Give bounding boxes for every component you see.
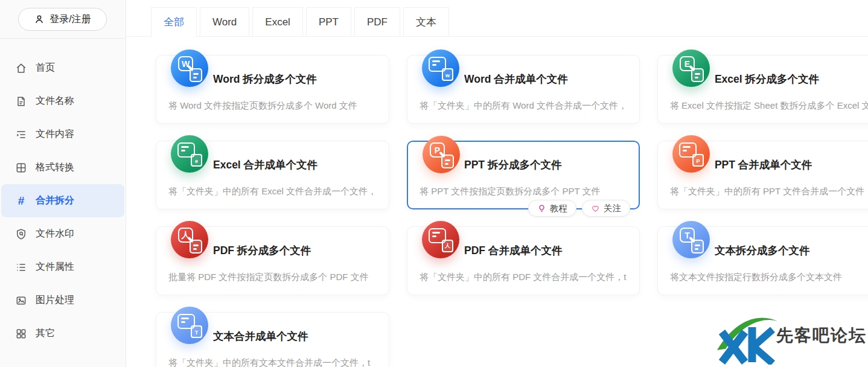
card-description: 将 PPT 文件按指定页数拆分成多个 PPT 文件 [420, 186, 627, 197]
sidebar-item-watermark[interactable]: 文件水印 [1, 217, 124, 251]
card-title: PPT 合并成单个文件 [715, 158, 868, 172]
doc-badge [441, 155, 454, 168]
card-pdf-split[interactable]: 人 PDF 拆分成多个文件 批量将 PDF 文件按指定页数拆分成多个 PDF 文… [156, 226, 389, 295]
tutorial-button[interactable]: 教程 [528, 200, 576, 217]
card-title: Word 拆分成多个文件 [213, 72, 377, 86]
card-title: 文本合并成单个文件 [213, 329, 377, 343]
card-title: PPT 拆分成多个文件 [464, 158, 627, 172]
word-split-icon: W [171, 49, 208, 87]
sidebar-item-home[interactable]: 首页 [1, 51, 124, 85]
excel-split-icon: E [672, 49, 710, 87]
card-description: 将「文件夹」中的所有 PPT 文件合并成一个文件，t [670, 186, 868, 197]
ppt-split-icon: P [423, 136, 460, 173]
sidebar-item-label: 文件内容 [36, 128, 74, 141]
tab-excel[interactable]: Excel [252, 7, 303, 36]
doc-badge [190, 68, 202, 82]
watermark-badge-icon [15, 228, 27, 240]
card-description: 将「文件夹」中的所有 PDF 文件合并成一个文件，t [420, 272, 627, 283]
text-merge-icon: T [171, 307, 208, 344]
heart-icon [591, 204, 600, 213]
icon-letter: 人 [442, 240, 453, 252]
sidebar-item-format-convert[interactable]: 格式转换 [1, 151, 124, 184]
sidebar-item-label: 文件属性 [36, 261, 74, 273]
file-name-icon [15, 95, 27, 107]
login-register-label: 登录/注册 [49, 13, 91, 26]
tab-word[interactable]: Word [200, 7, 249, 36]
card-title: Word 合并成单个文件 [464, 72, 627, 86]
card-description: 将文本文件按指定行数拆分成多个文本文件 [670, 272, 868, 283]
card-title: PDF 拆分成多个文件 [213, 243, 377, 258]
tab-label: 文本 [416, 15, 436, 29]
card-text-merge[interactable]: T 文本合并成单个文件 将「文件夹」中的所有文本文件合并成一个文件，t [156, 312, 389, 367]
doc-badge [691, 68, 704, 82]
sidebar-nav: 首页 文件名称 文件内容 格式转换 # 合并拆分 文件水印 文件属性 图片处理 [0, 39, 126, 350]
doc-badge [691, 240, 704, 254]
tab-ppt[interactable]: PPT [306, 7, 351, 36]
tab-label: 全部 [164, 15, 184, 29]
icon-letter: P [692, 154, 704, 167]
ppt-merge-icon: P [672, 135, 710, 173]
sidebar-item-label: 文件水印 [36, 228, 74, 240]
card-ppt-merge[interactable]: P PPT 合并成单个文件 将「文件夹」中的所有 PPT 文件合并成一个文件，t [657, 141, 868, 209]
card-description: 将「文件夹」中的所有文本文件合并成一个文件，t [168, 357, 377, 367]
image-icon [15, 295, 27, 307]
tab-pdf[interactable]: PDF [354, 7, 400, 36]
file-properties-icon [15, 261, 27, 273]
icon-letter: w [442, 68, 453, 81]
tab-label: PDF [367, 16, 388, 28]
sidebar: 登录/注册 首页 文件名称 文件内容 格式转换 # 合并拆分 文件水印 [0, 0, 126, 367]
card-ppt-split[interactable]: P PPT 拆分成多个文件 将 PPT 文件按指定页数拆分成多个 PPT 文件 … [407, 141, 640, 209]
card-excel-merge[interactable]: e Excel 合并成单个文件 将「文件夹」中的所有 Excel 文件合并成一个… [156, 141, 389, 209]
hash-icon: # [15, 195, 27, 207]
file-content-icon [15, 129, 27, 141]
sidebar-item-label: 格式转换 [36, 161, 74, 174]
xk-logo-icon [712, 309, 780, 365]
grid-icon [15, 328, 27, 340]
follow-button[interactable]: 关注 [582, 200, 630, 217]
icon-letter: e [191, 154, 202, 167]
sidebar-item-image-process[interactable]: 图片处理 [1, 284, 124, 317]
tab-all[interactable]: 全部 [151, 7, 197, 36]
sidebar-item-other[interactable]: 其它 [1, 317, 124, 350]
word-merge-icon: w [422, 49, 459, 87]
home-icon [15, 62, 27, 74]
watermark-site-name: 先客吧论坛 [776, 324, 867, 349]
format-convert-icon [15, 162, 27, 174]
site-watermark: 先客吧论坛 [712, 309, 867, 365]
sidebar-item-file-content[interactable]: 文件内容 [1, 118, 124, 151]
card-word-merge[interactable]: w Word 合并成单个文件 将「文件夹」中的所有 Word 文件合并成一个文件… [407, 55, 640, 124]
sidebar-item-label: 首页 [36, 62, 55, 74]
login-register-button[interactable]: 登录/注册 [18, 8, 107, 31]
card-description: 将「文件夹」中的所有 Word 文件合并成一个文件， [420, 100, 627, 112]
sidebar-item-file-properties[interactable]: 文件属性 [1, 251, 124, 284]
card-pdf-merge[interactable]: 人 PDF 合并成单个文件 将「文件夹」中的所有 PDF 文件合并成一个文件，t [407, 226, 640, 295]
excel-merge-icon: e [171, 135, 208, 173]
card-description: 将 Excel 文件按指定 Sheet 数拆分成多个 Excel 文件 [670, 100, 868, 112]
bulb-icon [537, 204, 546, 213]
tab-label: PPT [319, 16, 339, 28]
card-excel-split[interactable]: E Excel 拆分成多个文件 将 Excel 文件按指定 Sheet 数拆分成… [657, 55, 868, 124]
category-tabbar: 全部 Word Excel PPT PDF 文本 [126, 7, 868, 37]
card-title: 文本拆分成多个文件 [715, 243, 868, 258]
tab-text[interactable]: 文本 [403, 7, 449, 36]
card-actions: 教程 关注 [528, 200, 630, 217]
doc-badge [190, 240, 202, 254]
card-title: PDF 合并成单个文件 [464, 243, 627, 258]
sidebar-item-file-name[interactable]: 文件名称 [1, 85, 124, 118]
card-title: Excel 拆分成多个文件 [715, 72, 868, 86]
card-description: 将「文件夹」中的所有 Excel 文件合并成一个文件， [168, 186, 377, 197]
sidebar-item-label: 文件名称 [36, 95, 74, 107]
follow-label: 关注 [604, 203, 621, 214]
pdf-split-icon: 人 [171, 221, 208, 258]
card-text-split[interactable]: T 文本拆分成多个文件 将文本文件按指定行数拆分成多个文本文件 [657, 226, 868, 295]
sidebar-item-merge-split[interactable]: # 合并拆分 [1, 184, 124, 217]
sidebar-item-label: 图片处理 [36, 294, 74, 307]
pdf-merge-icon: 人 [422, 221, 459, 258]
text-split-icon: T [672, 221, 710, 258]
card-description: 批量将 PDF 文件按指定页数拆分成多个 PDF 文件 [168, 272, 377, 283]
tab-label: Excel [265, 16, 290, 28]
card-word-split[interactable]: W Word 拆分成多个文件 将 Word 文件按指定页数拆分成多个 Word … [156, 55, 389, 124]
tutorial-label: 教程 [550, 203, 567, 214]
sidebar-item-label: 其它 [36, 327, 55, 340]
sidebar-item-label: 合并拆分 [36, 194, 74, 207]
